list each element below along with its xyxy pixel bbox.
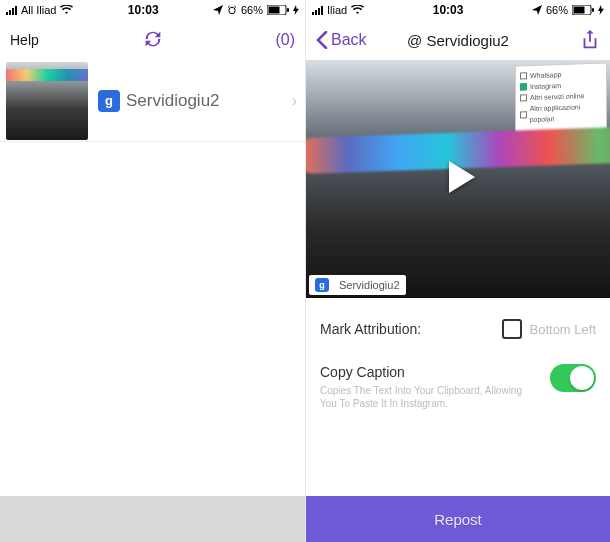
pending-count: (0) [275,31,295,49]
username-label: Servidiogiu2 [126,91,220,111]
back-label: Back [331,31,367,49]
share-icon [580,29,600,51]
copy-caption-toggle[interactable] [550,364,596,392]
app-nav-left: Help (0) [0,20,305,60]
alarm-icon [227,5,237,15]
svg-rect-3 [287,8,289,12]
signal-icon [6,6,17,15]
play-icon [437,155,481,203]
svg-point-0 [229,7,235,13]
help-button[interactable]: Help [10,32,39,48]
app-nav-right: Back @ Servidiogiu2 [306,20,610,60]
post-thumbnail [6,62,88,140]
clock-label: 10:03 [128,3,159,17]
battery-icon [572,5,594,15]
bottom-bar-left [0,496,305,542]
location-icon [213,5,223,15]
avatar: g [98,90,120,112]
repost-button[interactable]: Repost [306,496,610,542]
mark-attribution-checkbox[interactable] [502,319,522,339]
repost-label: Repost [434,511,482,528]
svg-rect-6 [592,8,594,12]
battery-pct-label: 66% [241,4,263,16]
battery-icon [267,5,289,15]
battery-pct-label: 66% [546,4,568,16]
copy-caption-label: Copy Caption [320,364,530,380]
mark-attribution-label: Mark Attribution: [320,321,421,337]
chevron-left-icon [316,31,328,49]
clock-label: 10:03 [433,3,464,17]
share-button[interactable] [580,29,600,51]
wifi-icon [351,5,364,15]
back-button[interactable]: Back [316,31,367,49]
svg-rect-5 [573,7,584,14]
carrier-label: All Iliad [21,4,56,16]
attribution-position-label[interactable]: Bottom Left [530,322,596,337]
bolt-icon [598,5,604,15]
wifi-icon [60,5,73,15]
svg-rect-2 [268,7,279,14]
status-bar-right: Iliad 10:03 66% [306,0,610,20]
status-bar-left: All Iliad 10:03 66% [0,0,305,20]
signal-icon [312,6,323,15]
post-row[interactable]: g Servidiogiu2 › [0,60,305,142]
video-preview[interactable]: Whatsapp Instagram Altri servizi online … [306,60,610,298]
carrier-label: Iliad [327,4,347,16]
avatar: g [315,278,329,292]
copy-caption-description: Copies The Text Into Your Clipboard, All… [320,384,530,410]
screenshot-panel: Whatsapp Instagram Altri servizi online … [515,62,607,135]
attribution-tag: g Servidiogiu2 [309,275,406,295]
chevron-right-icon: › [292,92,297,110]
location-icon [532,5,542,15]
bolt-icon [293,5,299,15]
attribution-username: Servidiogiu2 [339,279,400,291]
refresh-button[interactable] [142,36,164,53]
